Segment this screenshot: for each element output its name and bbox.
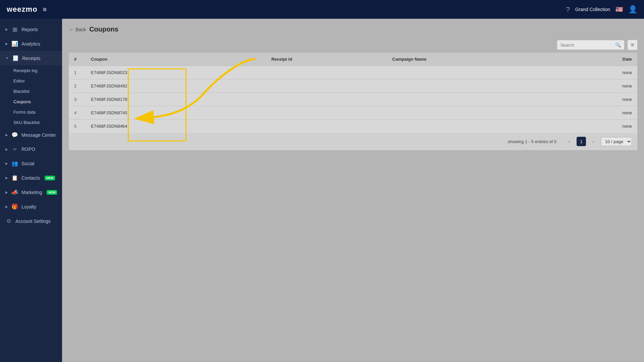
sidebar-label-contacts: Contacts (21, 175, 40, 181)
prev-page-button[interactable]: ‹ (565, 137, 574, 146)
user-avatar-icon[interactable]: 👤 (628, 5, 637, 14)
chevron-right-icon: ▶ (5, 42, 8, 46)
top-nav: weezmo ≡ ? Grand Collection 🇺🇸 👤 (0, 0, 644, 19)
chevron-right-icon: ▶ (5, 205, 8, 208)
next-page-button[interactable]: › (589, 137, 598, 146)
sidebar-label-ropo: ROPO (21, 146, 35, 152)
help-icon[interactable]: ? (566, 6, 570, 13)
cell-receipt-id (266, 79, 387, 93)
sidebar-item-contacts[interactable]: ▶ 📋 Contacts NEW (0, 171, 62, 185)
cell-num: 2 (69, 79, 86, 93)
table-row[interactable]: 1 E7468FJSDN8023 none (69, 66, 637, 79)
sidebar-label-marketing: Marketing (21, 190, 42, 195)
sidebar-item-account-settings[interactable]: ⚙ Account Settings (0, 214, 62, 228)
account-settings-icon: ⚙ (5, 218, 12, 224)
sidebar-item-receipts[interactable]: ▼ 🧾 Receipts (0, 51, 62, 65)
cell-date: none (559, 66, 637, 79)
back-arrow-icon: ← (69, 26, 74, 33)
sidebar-item-receipts-log[interactable]: Receipts log (13, 65, 62, 76)
sidebar-label-message-center: Message Center (21, 132, 56, 138)
sidebar-item-social[interactable]: ▶ 👥 Social (0, 156, 62, 171)
search-icon: 🔍 (615, 42, 621, 48)
sidebar-item-marketing[interactable]: ▶ 📣 Marketing NEW (0, 185, 62, 199)
cell-campaign-name (387, 106, 559, 120)
search-box[interactable]: 🔍 (557, 40, 624, 50)
back-label: Back (75, 27, 86, 32)
cell-num: 3 (69, 93, 86, 106)
pagination-showing: showing 1 - 5 entries of 5 (508, 139, 556, 144)
sidebar-item-ropo[interactable]: ▶ ∞ ROPO (0, 142, 62, 156)
table-row[interactable]: 5 E7468FJSDN8464 none (69, 120, 637, 133)
sidebar-item-loyalty[interactable]: ▶ 🎁 Loyalty (0, 199, 62, 214)
cell-date: none (559, 79, 637, 93)
page-header: ← Back Coupons (69, 25, 637, 33)
sidebar: ▶ ▦ Reports ▶ 📊 Analytics ▼ 🧾 Receipts R… (0, 19, 62, 362)
cell-coupon: E7468FJSDN8745 (86, 106, 266, 120)
cell-num: 5 (69, 120, 86, 133)
contacts-icon: 📋 (11, 175, 18, 181)
reports-icon: ▦ (11, 26, 18, 33)
sidebar-item-message-center[interactable]: ▶ 💬 Message Center (0, 128, 62, 142)
page-title: Coupons (89, 25, 118, 33)
filter-button[interactable]: ≡ (628, 40, 637, 50)
pagination: showing 1 - 5 entries of 5 ‹ 1 › 10 / pa… (69, 133, 637, 150)
coupons-table: # Coupon Receipt Id Campaign Name Date 1… (69, 53, 637, 150)
table-header-row: # Coupon Receipt Id Campaign Name Date (69, 53, 637, 66)
flag-icon[interactable]: 🇺🇸 (615, 6, 623, 13)
social-icon: 👥 (11, 160, 18, 167)
sidebar-label-account-settings: Account Settings (15, 219, 51, 224)
sidebar-item-reports[interactable]: ▶ ▦ Reports (0, 22, 62, 37)
back-link[interactable]: ← Back (69, 26, 86, 33)
sidebar-item-analytics[interactable]: ▶ 📊 Analytics (0, 37, 62, 51)
org-name: Grand Collection (575, 7, 610, 12)
main-content: ← Back Coupons 🔍 ≡ # Coupon Receipt Id (62, 19, 644, 362)
top-nav-left: weezmo ≡ (7, 5, 47, 14)
cell-date: none (559, 120, 637, 133)
cell-date: none (559, 93, 637, 106)
cell-campaign-name (387, 79, 559, 93)
cell-coupon: E7468FJSDN8464 (86, 120, 266, 133)
col-campaign-name: Campaign Name (387, 53, 559, 66)
chevron-right-icon: ▶ (5, 162, 8, 165)
col-date: Date (559, 53, 637, 66)
top-nav-right: ? Grand Collection 🇺🇸 👤 (566, 5, 637, 14)
col-receipt-id: Receipt Id (266, 53, 387, 66)
table-controls: 🔍 ≡ (69, 40, 637, 50)
table-header: # Coupon Receipt Id Campaign Name Date (69, 53, 637, 66)
sidebar-item-forms-data[interactable]: Forms data (13, 107, 62, 117)
sidebar-label-loyalty: Loyalty (21, 204, 36, 209)
contacts-new-badge: NEW (45, 176, 55, 180)
receipts-icon: 🧾 (12, 55, 19, 61)
sidebar-item-coupons[interactable]: Coupons (13, 97, 62, 107)
chevron-down-icon: ▼ (5, 56, 9, 60)
cell-coupon: E7468FJSDN8178 (86, 93, 266, 106)
table-row[interactable]: 2 E7468FJSDN8492 none (69, 79, 637, 93)
cell-coupon: E7468FJSDN8023 (86, 66, 266, 79)
table-row[interactable]: 3 E7468FJSDN8178 none (69, 93, 637, 106)
hamburger-menu-icon[interactable]: ≡ (43, 6, 47, 13)
per-page-select[interactable]: 10 / page (601, 137, 632, 146)
cell-receipt-id (266, 120, 387, 133)
sidebar-item-blacklist[interactable]: Blacklist (13, 86, 62, 97)
sidebar-label-reports: Reports (21, 27, 38, 32)
col-num: # (69, 53, 86, 66)
cell-num: 4 (69, 106, 86, 120)
col-coupon: Coupon (86, 53, 266, 66)
table-row[interactable]: 4 E7468FJSDN8745 none (69, 106, 637, 120)
search-input[interactable] (560, 43, 613, 48)
chevron-right-icon: ▶ (5, 133, 8, 137)
loyalty-icon: 🎁 (11, 203, 18, 210)
marketing-icon: 📣 (11, 189, 18, 195)
marketing-new-badge: NEW (47, 190, 57, 195)
table-body: 1 E7468FJSDN8023 none 2 E7468FJSDN8492 n… (69, 66, 637, 133)
page-1-button[interactable]: 1 (577, 137, 586, 146)
cell-receipt-id (266, 93, 387, 106)
cell-coupon: E7468FJSDN8492 (86, 79, 266, 93)
sidebar-item-sku-blacklist[interactable]: SKU Blacklist (13, 117, 62, 128)
receipts-submenu: Receipts log Editor Blacklist Coupons Fo… (0, 65, 62, 128)
chevron-right-icon: ▶ (5, 147, 8, 151)
sidebar-item-editor[interactable]: Editor (13, 76, 62, 86)
main-layout: ▶ ▦ Reports ▶ 📊 Analytics ▼ 🧾 Receipts R… (0, 19, 644, 362)
cell-receipt-id (266, 66, 387, 79)
cell-num: 1 (69, 66, 86, 79)
